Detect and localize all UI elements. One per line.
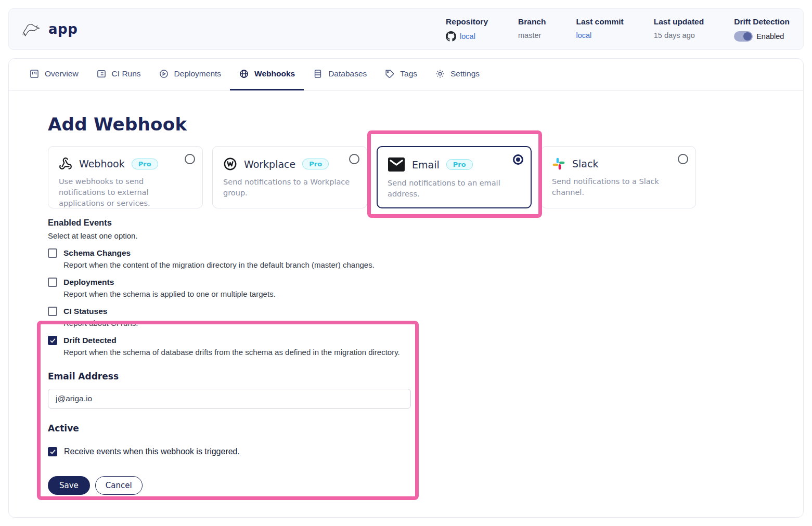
stat-repository: Repository local <box>446 17 488 42</box>
tab-ci-runs-label: CI Runs <box>112 69 141 78</box>
stat-repository-label: Repository <box>446 17 488 27</box>
tab-ci-runs[interactable]: CI Runs <box>87 59 150 90</box>
ci-statuses-label: CI Statuses <box>63 307 107 316</box>
email-address-input[interactable] <box>48 389 411 409</box>
email-address-label: Email Address <box>48 371 803 382</box>
slack-icon <box>552 157 565 170</box>
tab-bar: Overview CI Runs Deployments Webhooks Da… <box>9 59 803 91</box>
tab-overview-label: Overview <box>45 69 79 78</box>
toggle-knob <box>743 32 752 41</box>
card-email-name: Email <box>412 159 440 170</box>
event-option-drift-detected: Drift Detected Report when the schema of… <box>48 336 803 357</box>
active-checkbox-row: Receive events when this webhook is trig… <box>48 447 803 456</box>
workplace-radio[interactable] <box>349 154 359 164</box>
board-icon <box>29 69 40 79</box>
mysql-dolphin-logo-icon <box>21 20 42 38</box>
drift-detection-toggle[interactable] <box>734 31 753 42</box>
enabled-events-section: Enabled Events Select at least one optio… <box>48 218 803 357</box>
tab-webhooks[interactable]: Webhooks <box>230 59 304 90</box>
card-workplace-name: Workplace <box>244 159 295 170</box>
stat-repository-value[interactable]: local <box>446 31 488 42</box>
tab-webhooks-label: Webhooks <box>254 69 295 78</box>
repo-stats: Repository local Branch master Last comm… <box>446 17 790 42</box>
last-commit-link[interactable]: local <box>576 31 623 40</box>
ci-statuses-checkbox[interactable] <box>48 307 57 316</box>
cancel-button[interactable]: Cancel <box>95 476 143 495</box>
drift-detected-label: Drift Detected <box>63 336 117 345</box>
schema-changes-description: Report when the content of the migration… <box>63 260 803 269</box>
stat-last-commit-label: Last commit <box>576 17 623 27</box>
form-buttons: Save Cancel <box>48 476 803 495</box>
tab-tags[interactable]: Tags <box>376 59 426 90</box>
app-title: app <box>48 21 78 37</box>
tab-settings-label: Settings <box>450 69 480 78</box>
schema-changes-label: Schema Changes <box>63 248 131 258</box>
pro-badge: Pro <box>446 159 473 170</box>
tab-databases-label: Databases <box>328 69 367 78</box>
deployments-description: Report when the schema is applied to one… <box>63 290 803 298</box>
webhook-icon <box>59 157 72 170</box>
enabled-events-subtitle: Select at least one option. <box>48 231 803 240</box>
enabled-events-title: Enabled Events <box>48 218 803 228</box>
pro-badge: Pro <box>302 159 329 169</box>
pro-badge: Pro <box>132 159 158 169</box>
play-circle-icon <box>159 69 169 79</box>
drift-detection-state: Enabled <box>756 32 784 41</box>
slack-radio[interactable] <box>678 154 688 164</box>
deployments-label: Deployments <box>63 278 114 287</box>
tab-deployments[interactable]: Deployments <box>150 59 230 90</box>
tag-icon <box>384 69 395 79</box>
stat-last-updated: Last updated 15 days ago <box>654 17 704 40</box>
channel-card-email[interactable]: Email Pro Send notifications to an email… <box>377 146 532 208</box>
page-title: Add Webhook <box>48 114 803 135</box>
channel-card-list: Webhook Pro Use webhooks to send notific… <box>48 146 803 208</box>
tab-deployments-label: Deployments <box>174 69 221 78</box>
checklist-icon <box>96 69 107 79</box>
card-webhook-description: Use webhooks to send notifications to ex… <box>59 176 192 209</box>
drift-detected-description: Report when the schema of database drift… <box>63 348 803 357</box>
card-slack-description: Send notifications to a Slack channel. <box>552 176 685 198</box>
repository-link[interactable]: local <box>460 32 475 41</box>
gear-icon <box>435 69 445 79</box>
save-button[interactable]: Save <box>48 476 90 495</box>
database-icon <box>313 69 323 79</box>
top-header-bar: app Repository local Branch master Last … <box>8 8 804 50</box>
main-panel: Overview CI Runs Deployments Webhooks Da… <box>8 58 804 518</box>
stat-drift-detection-label: Drift Detection <box>734 17 790 27</box>
stat-last-commit: Last commit local <box>576 17 623 40</box>
drift-detected-checkbox-checked[interactable] <box>48 336 57 345</box>
tab-overview[interactable]: Overview <box>20 59 87 90</box>
workplace-icon <box>223 157 237 171</box>
event-option-deployments: Deployments Report when the schema is ap… <box>48 278 803 298</box>
github-icon <box>446 31 456 42</box>
active-checkbox-checked[interactable] <box>48 447 57 456</box>
event-option-ci-statuses: CI Statuses Report about CI runs. <box>48 307 803 327</box>
tab-databases[interactable]: Databases <box>304 59 376 90</box>
channel-card-slack[interactable]: Slack Send notifications to a Slack chan… <box>541 146 696 208</box>
active-label: Active <box>48 423 803 433</box>
card-workplace-description: Send notifications to a Workplace group. <box>223 177 356 199</box>
globe-icon <box>239 69 249 79</box>
card-email-description: Send notifications to an email address. <box>388 178 521 200</box>
stat-branch-label: Branch <box>518 17 546 27</box>
card-webhook-name: Webhook <box>79 158 125 169</box>
webhook-radio[interactable] <box>185 154 195 164</box>
deployments-checkbox[interactable] <box>48 278 57 287</box>
stat-drift-detection: Drift Detection Enabled <box>734 17 790 42</box>
tab-settings[interactable]: Settings <box>426 59 488 90</box>
active-checkbox-label: Receive events when this webhook is trig… <box>64 447 240 456</box>
tab-tags-label: Tags <box>400 69 417 78</box>
event-option-schema-changes: Schema Changes Report when the content o… <box>48 248 803 269</box>
stat-branch-value: master <box>518 31 546 40</box>
stat-last-updated-label: Last updated <box>654 17 704 27</box>
stat-last-updated-value: 15 days ago <box>654 31 704 40</box>
email-radio-checked[interactable] <box>513 154 523 165</box>
channel-card-workplace[interactable]: Workplace Pro Send notifications to a Wo… <box>212 146 367 208</box>
card-slack-name: Slack <box>572 158 598 169</box>
channel-card-webhook[interactable]: Webhook Pro Use webhooks to send notific… <box>48 146 203 208</box>
brand[interactable]: app <box>21 20 78 38</box>
ci-statuses-description: Report about CI runs. <box>63 319 803 327</box>
stat-branch: Branch master <box>518 17 546 40</box>
schema-changes-checkbox[interactable] <box>48 248 57 258</box>
envelope-icon <box>388 157 405 172</box>
